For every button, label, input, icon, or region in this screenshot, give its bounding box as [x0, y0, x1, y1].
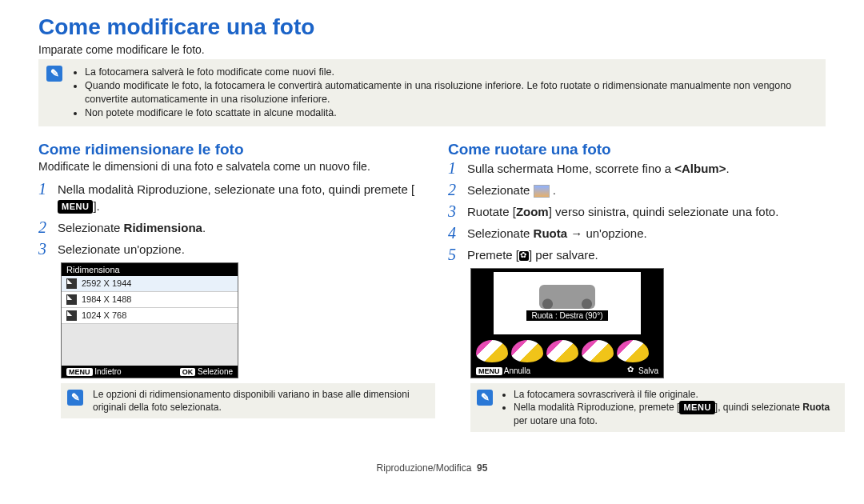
step-number: 3 [448, 203, 459, 219]
resize-dialog: Ridimensiona 2592 X 1944 1984 X 1488 102… [61, 262, 238, 378]
page-title: Come modificare una foto [38, 14, 826, 40]
step: 5 Premete [] per salvare. [448, 246, 826, 263]
step-text: Ruotate [Zoom] verso sinistra, quindi se… [467, 203, 778, 220]
step: 2 Selezionate Ridimensiona. [38, 219, 416, 236]
left-footnote: ✎ Le opzioni di ridimensionamento dispon… [61, 383, 435, 418]
note-icon: ✎ [46, 66, 62, 82]
intro-text: Imparate come modificare le foto. [38, 43, 826, 56]
step-number: 4 [448, 225, 459, 241]
step-number: 2 [38, 219, 50, 235]
manual-page: Come modificare una foto Imparate come m… [0, 0, 864, 474]
menu-pill: MENU [679, 401, 714, 414]
step: 2 Selezionate . [448, 182, 826, 198]
left-column: Come ridimensionare le foto Modificate l… [38, 141, 416, 447]
step: 3 Ruotate [Zoom] verso sinistra, quindi … [448, 203, 826, 220]
note-icon: ✎ [477, 390, 493, 406]
top-note-box: ✎ La fotocamera salverà le foto modifica… [38, 59, 826, 126]
step: 4 Selezionate Ruota → un'opzione. [448, 225, 826, 242]
dialog-footer: MENU Annulla Salva [471, 365, 663, 378]
step-number: 1 [38, 181, 50, 197]
step-text: Selezionate Ridimensiona. [58, 219, 206, 236]
rotate-main: Ruota : Destra (90°) [494, 272, 641, 334]
note-item: La fotocamera salverà le foto modificate… [85, 66, 818, 79]
dialog-footer: MENU Indietro OK Selezione [62, 366, 238, 378]
thumb[interactable] [546, 340, 578, 362]
note-item: Quando modificate le foto, la fotocamera… [85, 79, 818, 106]
size-icon [66, 278, 77, 289]
flower-icon [626, 366, 636, 376]
note-item: Nella modalità Riproduzione, premete [ME… [514, 401, 838, 427]
thumb[interactable] [582, 340, 614, 362]
menu-tag: MENU [476, 367, 502, 375]
section-heading: Come ruotare una foto [448, 141, 826, 158]
step-text: Premete [] per salvare. [467, 246, 598, 263]
section-heading: Come ridimensionare le foto [38, 141, 416, 158]
size-option[interactable]: 1984 X 1488 [62, 292, 238, 308]
step-text: Selezionate Ruota → un'opzione. [467, 225, 647, 242]
thumb[interactable] [511, 340, 543, 362]
page-footer: Riproduzione/Modifica 95 [38, 462, 826, 474]
thumb[interactable] [476, 340, 508, 362]
step: 1 Sulla schermata Home, scorrete fino a … [448, 160, 826, 177]
step-number: 5 [448, 246, 459, 262]
note-item: La fotocamera sovrascriverà il file orig… [514, 388, 838, 401]
step-text: Selezionate . [467, 182, 556, 198]
size-option[interactable]: 1024 X 768 [62, 308, 238, 324]
note-item: Non potete modificare le foto scattate i… [85, 106, 818, 120]
step-number: 1 [448, 160, 459, 176]
right-footnote: ✎ La fotocamera sovrascriverà il file or… [470, 383, 845, 433]
dialog-blank [62, 324, 238, 366]
step: 3 Selezionate un'opzione. [38, 241, 416, 258]
right-column: Come ruotare una foto 1 Sulla schermata … [448, 141, 826, 447]
rotate-dialog: Ruota : Destra (90°) MENU Annulla Salva [470, 268, 664, 378]
thumb[interactable] [617, 340, 649, 362]
step-text: Nella modalità Riproduzione, selezionate… [58, 181, 416, 214]
ok-tag: OK [180, 368, 196, 376]
size-option[interactable]: 2592 X 1944 [62, 276, 238, 292]
dialog-title: Ridimensiona [62, 263, 238, 276]
flower-icon [519, 251, 529, 261]
step-text: Selezionate un'opzione. [58, 241, 185, 258]
rotate-label: Ruota : Destra (90°) [526, 310, 607, 321]
edit-icon [534, 185, 550, 198]
step-number: 2 [448, 182, 459, 198]
thumb-strip [471, 338, 663, 365]
menu-pill: MENU [58, 200, 93, 214]
step-text: Sulla schermata Home, scorrete fino a <A… [467, 160, 730, 177]
content-columns: Come ridimensionare le foto Modificate l… [38, 141, 826, 447]
step-number: 3 [38, 241, 50, 257]
size-icon [66, 310, 77, 321]
step: 1 Nella modalità Riproduzione, seleziona… [38, 181, 416, 214]
size-icon [66, 294, 77, 305]
note-icon: ✎ [67, 390, 83, 406]
section-lead: Modificate le dimensioni di una foto e s… [38, 160, 416, 173]
motorcycle-image [539, 285, 595, 309]
menu-tag: MENU [66, 368, 93, 376]
